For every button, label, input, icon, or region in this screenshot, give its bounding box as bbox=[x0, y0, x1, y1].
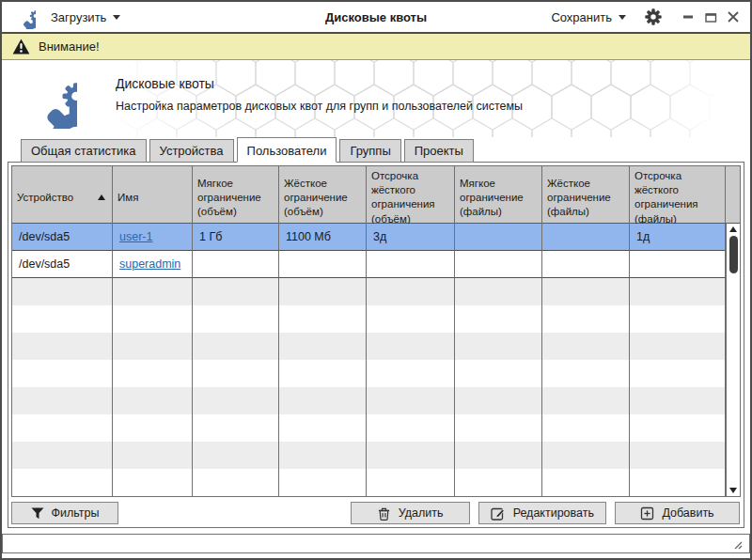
plus-square-icon bbox=[640, 506, 654, 521]
table-body: /dev/sda5 user-1 1 Гб 1100 Мб 3д 1д /dev… bbox=[12, 224, 726, 496]
scrollbar-thumb[interactable] bbox=[729, 236, 738, 273]
empty-row bbox=[12, 442, 726, 469]
sort-ascending-icon bbox=[98, 194, 105, 200]
cell-hard-files bbox=[542, 224, 630, 251]
column-header-soft-volume[interactable]: Мягкое ограничение (объём) bbox=[193, 166, 279, 229]
maximize-button[interactable] bbox=[703, 9, 718, 24]
edit-button[interactable]: Редактировать bbox=[478, 502, 606, 524]
delete-button[interactable]: Удалить bbox=[351, 502, 470, 524]
cell-device: /dev/sda5 bbox=[12, 251, 113, 278]
cell-grace-files bbox=[630, 251, 726, 278]
add-button[interactable]: Добавить bbox=[615, 502, 740, 524]
quota-table: Устройство Имя Мягкое ограничение (объём… bbox=[11, 165, 741, 497]
tab-projects[interactable]: Проекты bbox=[404, 139, 474, 163]
column-header-name[interactable]: Имя bbox=[113, 166, 193, 229]
pattern-fade bbox=[637, 60, 722, 137]
empty-row bbox=[12, 469, 726, 496]
header-scrollbar-spacer bbox=[726, 166, 740, 229]
trash-icon bbox=[377, 506, 391, 521]
load-menu-label: Загрузить bbox=[51, 10, 106, 24]
disk-quota-gears-icon bbox=[17, 69, 77, 129]
app-window: Загрузить Дисковые квоты Сохранить bbox=[0, 0, 752, 560]
column-header-hard-files[interactable]: Жёсткое ограничение (файлы) bbox=[542, 166, 630, 229]
tab-bar: Общая статистика Устройства Пользователи… bbox=[2, 137, 750, 162]
table-row[interactable]: /dev/sda5 superadmin bbox=[12, 251, 726, 278]
title-bar: Загрузить Дисковые квоты Сохранить bbox=[2, 2, 750, 34]
chevron-down-icon bbox=[619, 15, 626, 20]
minimize-icon bbox=[683, 15, 693, 19]
maximize-icon bbox=[705, 12, 717, 23]
status-bar bbox=[2, 534, 750, 553]
column-header-grace-files[interactable]: Отсрочка жёсткого ограничения (файлы) bbox=[630, 166, 726, 229]
save-menu-button[interactable]: Сохранить bbox=[551, 10, 626, 24]
cell-grace-volume bbox=[367, 251, 455, 278]
load-menu-button[interactable]: Загрузить bbox=[51, 10, 120, 24]
cell-soft-volume: 1 Гб bbox=[193, 224, 279, 251]
page-subtitle: Настройка параметров дисковых квот для г… bbox=[116, 100, 523, 113]
tab-devices[interactable]: Устройства bbox=[149, 139, 234, 163]
user-link[interactable]: superadmin bbox=[119, 257, 180, 271]
close-icon bbox=[728, 11, 739, 23]
cell-soft-volume bbox=[193, 251, 279, 278]
empty-row bbox=[12, 414, 726, 442]
column-header-grace-volume[interactable]: Отсрочка жёсткого ограничения (объём) bbox=[367, 166, 455, 229]
tab-general-statistics[interactable]: Общая статистика bbox=[21, 139, 147, 163]
table-scrollbar[interactable] bbox=[726, 224, 740, 496]
empty-row bbox=[12, 387, 726, 414]
close-button[interactable] bbox=[726, 9, 741, 24]
column-header-device[interactable]: Устройство bbox=[12, 166, 113, 229]
cell-device: /dev/sda5 bbox=[12, 224, 113, 251]
cell-hard-volume: 1100 Мб bbox=[279, 224, 367, 251]
app-gears-icon bbox=[11, 5, 36, 29]
scroll-down-icon[interactable] bbox=[729, 488, 737, 493]
tab-groups[interactable]: Группы bbox=[339, 139, 400, 163]
column-header-soft-files[interactable]: Мягкое ограничение (файлы) bbox=[455, 166, 542, 229]
warning-triangle-icon bbox=[12, 39, 30, 54]
cell-hard-volume bbox=[279, 251, 367, 278]
cell-soft-files bbox=[455, 224, 542, 251]
cell-grace-volume: 3д bbox=[367, 224, 455, 251]
empty-row bbox=[12, 360, 726, 387]
edit-pencil-icon bbox=[491, 506, 506, 521]
filter-funnel-icon bbox=[31, 507, 44, 520]
status-bar-area bbox=[2, 528, 750, 558]
cell-grace-files: 1д bbox=[630, 224, 726, 251]
resize-grip[interactable] bbox=[731, 538, 743, 550]
save-menu-label: Сохранить bbox=[551, 10, 612, 24]
page-title: Дисковые квоты bbox=[116, 76, 523, 91]
actions-toolbar: Фильтры Удалить bbox=[11, 502, 741, 524]
tab-users[interactable]: Пользователи bbox=[237, 137, 337, 163]
empty-row bbox=[12, 278, 726, 305]
settings-gear-icon[interactable] bbox=[645, 8, 662, 25]
table-header-row: Устройство Имя Мягкое ограничение (объём… bbox=[12, 166, 740, 224]
empty-row bbox=[12, 333, 726, 360]
page-header: Дисковые квоты Настройка параметров диск… bbox=[2, 60, 750, 137]
column-header-hard-volume[interactable]: Жёсткое ограничение (объём) bbox=[279, 166, 367, 229]
cell-hard-files bbox=[542, 251, 630, 278]
scroll-up-icon[interactable] bbox=[729, 226, 737, 232]
minimize-button[interactable] bbox=[681, 9, 696, 24]
user-link[interactable]: user-1 bbox=[119, 230, 152, 243]
warning-bar: Внимание! bbox=[2, 34, 750, 60]
cell-soft-files bbox=[455, 251, 542, 278]
table-row[interactable]: /dev/sda5 user-1 1 Гб 1100 Мб 3д 1д bbox=[12, 224, 726, 251]
filters-button[interactable]: Фильтры bbox=[11, 502, 118, 524]
users-tab-panel: Устройство Имя Мягкое ограничение (объём… bbox=[8, 162, 744, 528]
warning-text: Внимание! bbox=[39, 39, 100, 54]
empty-row bbox=[12, 305, 726, 333]
chevron-down-icon bbox=[113, 15, 120, 20]
